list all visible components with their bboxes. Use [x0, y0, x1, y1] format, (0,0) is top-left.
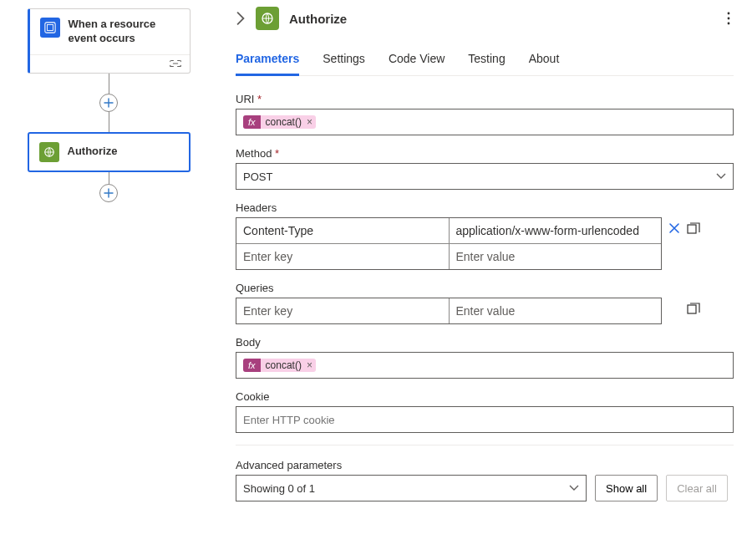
tab-about[interactable]: About	[529, 47, 560, 75]
link-icon	[170, 59, 181, 68]
cookie-label: Cookie	[236, 390, 734, 403]
table-row: Enter key Enter value	[236, 298, 661, 323]
token-text: concat()	[266, 359, 302, 371]
body-label: Body	[236, 336, 734, 349]
clear-all-button: Clear all	[666, 475, 728, 501]
header-key-input[interactable]: Enter key	[236, 244, 449, 269]
http-icon	[256, 7, 279, 30]
event-grid-icon	[40, 18, 60, 38]
cookie-text-input[interactable]	[243, 414, 726, 426]
tabs: Parameters Settings Code View Testing Ab…	[236, 47, 734, 76]
svg-rect-7	[688, 225, 696, 233]
tab-settings[interactable]: Settings	[323, 47, 365, 75]
add-step-button[interactable]	[99, 94, 118, 112]
panel-title: Authorize	[289, 12, 714, 26]
configuration-panel: Authorize Parameters Settings Code View …	[217, 0, 752, 560]
more-options-button[interactable]	[724, 8, 734, 28]
svg-rect-1	[47, 25, 53, 31]
delete-row-button[interactable]	[668, 222, 680, 236]
body-input[interactable]: fx concat() ×	[236, 352, 734, 379]
remove-token-button[interactable]: ×	[307, 116, 312, 128]
queries-label: Queries	[236, 282, 734, 294]
cookie-input[interactable]	[236, 406, 734, 433]
header-value-input[interactable]: Enter value	[449, 244, 662, 269]
connector-line	[109, 172, 109, 184]
method-label: Method	[236, 147, 734, 160]
trigger-node[interactable]: When a resource event occurs	[28, 8, 191, 74]
switch-mode-button[interactable]	[687, 303, 700, 316]
table-row: Enter key Enter value	[236, 243, 661, 269]
collapse-panel-button[interactable]	[236, 12, 246, 25]
svg-point-5	[728, 18, 730, 20]
remove-token-button[interactable]: ×	[307, 359, 312, 371]
divider	[236, 445, 734, 445]
action-node-authorize[interactable]: Authorize	[28, 132, 191, 172]
chevron-down-icon	[569, 485, 579, 491]
http-icon	[39, 142, 59, 162]
header-value-input[interactable]: application/x-www-form-urlencoded	[449, 218, 662, 243]
queries-table: Enter key Enter value	[236, 298, 662, 324]
tab-parameters[interactable]: Parameters	[236, 47, 299, 76]
trigger-title: When a resource event occurs	[69, 18, 180, 46]
action-title: Authorize	[68, 145, 118, 159]
query-key-input[interactable]: Enter key	[236, 298, 449, 323]
svg-point-6	[728, 23, 730, 25]
show-all-button[interactable]: Show all	[595, 475, 658, 501]
headers-label: Headers	[236, 201, 734, 214]
advanced-select-text: Showing 0 of 1	[243, 482, 315, 495]
tab-testing[interactable]: Testing	[468, 47, 505, 75]
tab-code-view[interactable]: Code View	[389, 47, 445, 75]
svg-rect-0	[44, 23, 54, 33]
advanced-select[interactable]: Showing 0 of 1	[236, 475, 587, 501]
add-step-button[interactable]	[99, 184, 118, 202]
fx-icon: fx	[243, 115, 261, 129]
uri-input[interactable]: fx concat() ×	[236, 109, 734, 135]
chevron-down-icon	[716, 173, 726, 180]
svg-point-4	[728, 13, 730, 15]
fx-icon: fx	[243, 359, 261, 372]
advanced-label: Advanced parameters	[236, 459, 734, 471]
method-value: POST	[243, 171, 272, 183]
designer-canvas: When a resource event occurs Authorize	[0, 0, 217, 560]
uri-label: URI	[236, 93, 734, 105]
header-key-input[interactable]: Content-Type	[236, 218, 449, 243]
table-row: Content-Type application/x-www-form-urle…	[236, 218, 661, 243]
headers-table: Content-Type application/x-www-form-urle…	[236, 217, 662, 270]
svg-rect-8	[688, 305, 696, 313]
connector-line	[109, 112, 109, 132]
token-text: concat()	[266, 116, 302, 128]
method-select[interactable]: POST	[236, 163, 734, 190]
expression-token[interactable]: fx concat() ×	[243, 115, 316, 129]
query-value-input[interactable]: Enter value	[449, 298, 662, 323]
expression-token[interactable]: fx concat() ×	[243, 359, 316, 372]
connector-line	[109, 74, 109, 94]
switch-mode-button[interactable]	[687, 222, 700, 236]
